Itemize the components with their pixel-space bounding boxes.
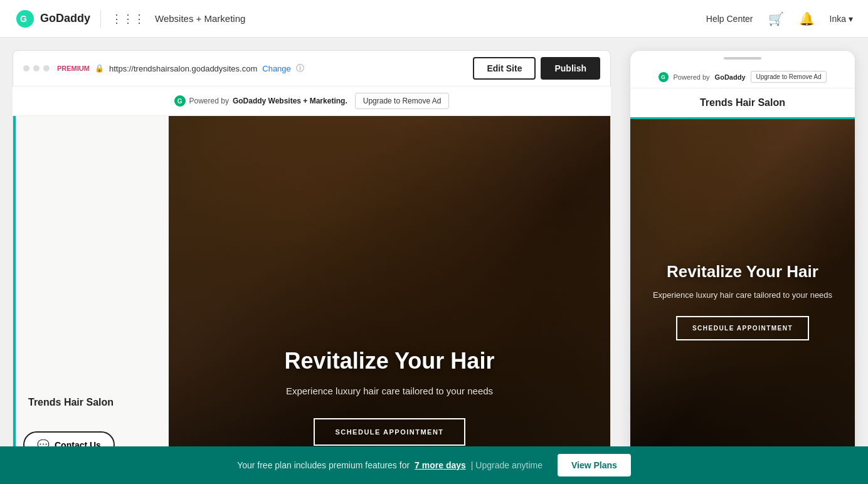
bottom-bar-text: Your free plan includes premium features… <box>237 460 410 470</box>
website-preview: Trends Hair Salon 💬 Contact Us Revitaliz… <box>13 116 611 484</box>
dot-red <box>23 65 29 71</box>
ad-brand-text: GoDaddy Websites + Marketing. <box>233 97 347 105</box>
premium-badge: PREMIUM <box>57 65 90 72</box>
site-name-sidebar: Trends Hair Salon <box>28 397 114 408</box>
site-hero: Revitalize Your Hair Experience luxury h… <box>169 116 610 483</box>
hero-subtitle: Experience luxury hair care tailored to … <box>285 384 495 399</box>
publish-button[interactable]: Publish <box>541 57 600 80</box>
grid-icon[interactable]: ⋮⋮⋮ <box>111 12 145 26</box>
mobile-godaddy-icon: G <box>659 72 669 82</box>
chevron-down-icon: ▾ <box>849 14 853 24</box>
mobile-frame: G Powered by GoDaddy Upgrade to Remove A… <box>630 50 855 484</box>
nav-right: Help Center 🛒 🔔 Inka ▾ <box>706 11 853 26</box>
left-panel: PREMIUM 🔒 https://trendshairsalon.godadd… <box>0 38 623 484</box>
bell-icon[interactable]: 🔔 <box>799 11 815 26</box>
lock-icon: 🔒 <box>95 64 104 73</box>
mobile-hero-content: Revitalize Your Hair Experience luxury h… <box>630 119 855 483</box>
bottom-bar-separator: | Upgrade anytime <box>471 460 542 470</box>
hero-text-block: Revitalize Your Hair Experience luxury h… <box>260 348 520 446</box>
help-center-link[interactable]: Help Center <box>706 14 753 24</box>
teal-accent-bar <box>13 116 16 483</box>
mobile-notch <box>724 57 761 60</box>
ad-bar-left: G Powered by GoDaddy Websites + Marketin… <box>174 95 347 107</box>
user-name: Inka <box>830 14 846 24</box>
hero-background: Revitalize Your Hair Experience luxury h… <box>169 116 610 483</box>
info-icon[interactable]: ⓘ <box>296 63 304 74</box>
main-area: PREMIUM 🔒 https://trendshairsalon.godadd… <box>0 38 868 484</box>
upgrade-ad-button[interactable]: Upgrade to Remove Ad <box>355 93 450 109</box>
bottom-bar: Your free plan includes premium features… <box>0 446 868 484</box>
top-navigation: G GoDaddy ⋮⋮⋮ Websites + Marketing Help … <box>0 0 868 38</box>
mobile-hero-title: Revitalize Your Hair <box>667 262 818 281</box>
ad-bar: G Powered by GoDaddy Websites + Marketin… <box>13 87 611 116</box>
mobile-status-bar <box>630 51 855 66</box>
godaddy-logo-icon: G <box>15 9 35 29</box>
site-sidebar: Trends Hair Salon 💬 Contact Us <box>13 116 169 483</box>
browser-bar: PREMIUM 🔒 https://trendshairsalon.godadd… <box>13 51 610 87</box>
mobile-site-header: Trends Hair Salon <box>630 88 855 119</box>
days-remaining-link[interactable]: 7 more days <box>415 460 466 470</box>
hero-title: Revitalize Your Hair <box>285 348 495 374</box>
nav-left: G GoDaddy ⋮⋮⋮ Websites + Marketing <box>15 9 245 29</box>
logo-area: G GoDaddy <box>15 9 90 29</box>
godaddy-small-icon: G <box>174 95 186 107</box>
dot-green <box>43 65 50 71</box>
browser-chrome: PREMIUM 🔒 https://trendshairsalon.godadd… <box>13 50 611 87</box>
svg-text:G: G <box>20 14 27 24</box>
mobile-hero-subtitle: Experience luxury hair care tailored to … <box>653 289 832 302</box>
product-name: Websites + Marketing <box>155 13 245 24</box>
url-bar: PREMIUM 🔒 https://trendshairsalon.godadd… <box>57 63 465 74</box>
ad-powered-text: Powered by <box>189 97 229 105</box>
mobile-schedule-button[interactable]: SCHEDULE APPOINTMENT <box>676 316 809 340</box>
cart-icon[interactable]: 🛒 <box>768 11 784 26</box>
nav-divider <box>100 10 101 28</box>
change-link[interactable]: Change <box>262 64 291 73</box>
logo-text: GoDaddy <box>40 12 90 25</box>
right-panel: G Powered by GoDaddy Upgrade to Remove A… <box>623 38 868 484</box>
edit-site-button[interactable]: Edit Site <box>473 57 536 80</box>
dot-yellow <box>33 65 40 71</box>
site-content: Trends Hair Salon 💬 Contact Us Revitaliz… <box>13 116 610 483</box>
mobile-powered-text: Powered by <box>674 73 710 81</box>
schedule-appointment-button[interactable]: SCHEDULE APPOINTMENT <box>314 418 465 446</box>
user-menu[interactable]: Inka ▾ <box>830 14 853 24</box>
mobile-site-title: Trends Hair Salon <box>640 97 845 108</box>
browser-actions: Edit Site Publish <box>473 57 600 80</box>
mobile-ad-bar: G Powered by GoDaddy Upgrade to Remove A… <box>630 66 855 88</box>
mobile-upgrade-ad-button[interactable]: Upgrade to Remove Ad <box>751 71 827 83</box>
url-text: https://trendshairsalon.godaddysites.com <box>109 64 257 73</box>
browser-dots <box>23 65 50 71</box>
view-plans-button[interactable]: View Plans <box>558 454 631 476</box>
mobile-hero: Revitalize Your Hair Experience luxury h… <box>630 119 855 483</box>
mobile-godaddy-text: GoDaddy <box>715 73 746 81</box>
